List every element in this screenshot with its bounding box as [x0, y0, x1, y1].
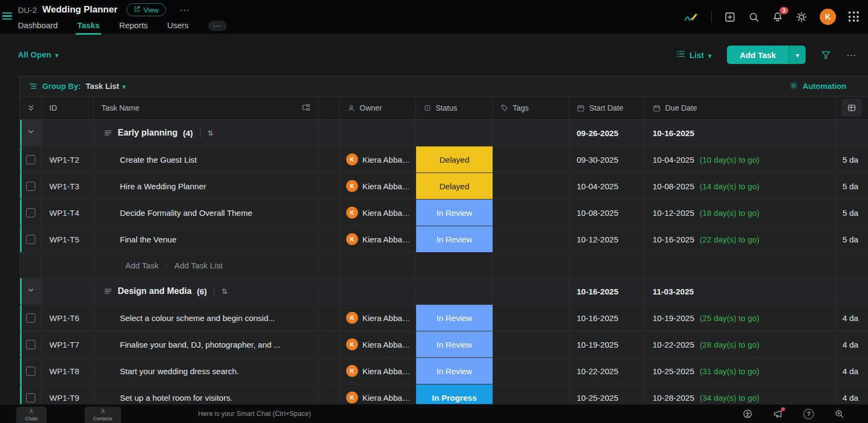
- tab-reports[interactable]: Reports: [119, 21, 148, 35]
- status-chip[interactable]: In Review: [416, 331, 493, 357]
- task-status[interactable]: Delayed: [416, 146, 493, 173]
- task-name[interactable]: Create the Guest List: [94, 146, 318, 173]
- task-due-date[interactable]: 10-28-2025(34 day(s) to go): [645, 384, 836, 405]
- group-name[interactable]: Early planning: [118, 128, 177, 138]
- task-start-date[interactable]: 10-12-2025: [569, 226, 645, 253]
- task-start-date[interactable]: 10-16-2025: [569, 305, 645, 331]
- status-chip[interactable]: In Review: [416, 226, 493, 252]
- search-icon[interactable]: [748, 11, 760, 23]
- group-collapse-toggle[interactable]: [20, 120, 42, 146]
- add-new-icon[interactable]: [724, 11, 736, 23]
- task-owner[interactable]: KKiera Abba…: [340, 358, 416, 384]
- task-name[interactable]: Start your wedding dress search.: [94, 358, 318, 384]
- chats-tab[interactable]: Chats: [16, 407, 47, 423]
- task-tags[interactable]: [493, 226, 569, 253]
- row-select-cell[interactable]: [20, 358, 42, 384]
- add-task-dropdown-button[interactable]: [789, 46, 806, 64]
- task-tags[interactable]: [493, 384, 569, 405]
- row-select-cell[interactable]: [20, 384, 42, 405]
- table-row[interactable]: WP1-T2 Create the Guest List KKiera Abba…: [20, 146, 868, 173]
- header-status[interactable]: Status: [416, 97, 493, 120]
- group-name-cell[interactable]: Design and Media (6): [94, 278, 318, 305]
- row-checkbox[interactable]: [26, 313, 35, 323]
- task-start-date[interactable]: 10-22-2025: [569, 358, 645, 384]
- task-name[interactable]: Hire a Wedding Planner: [94, 173, 318, 200]
- table-row[interactable]: WP1-T4 Decide Formality and Overall Them…: [20, 200, 868, 226]
- announcements-icon[interactable]: [773, 409, 783, 419]
- row-select-cell[interactable]: [20, 173, 42, 200]
- task-due-date[interactable]: 10-19-2025(25 day(s) to go): [645, 305, 836, 331]
- table-row[interactable]: WP1-T6 Select a colour scheme and begin …: [20, 305, 868, 331]
- row-select-cell[interactable]: [20, 305, 42, 331]
- accessibility-icon[interactable]: [743, 409, 752, 419]
- table-row[interactable]: WP1-T7 Finalise your band, DJ, photograp…: [20, 331, 868, 358]
- status-chip[interactable]: In Progress: [416, 384, 493, 405]
- sort-icon[interactable]: [221, 287, 227, 296]
- group-collapse-toggle[interactable]: [20, 278, 42, 305]
- task-start-date[interactable]: 10-25-2025: [569, 384, 645, 405]
- task-owner[interactable]: KKiera Abba…: [340, 384, 416, 405]
- task-status[interactable]: Delayed: [416, 173, 493, 200]
- row-checkbox[interactable]: [26, 340, 35, 349]
- task-owner[interactable]: KKiera Abba…: [340, 331, 416, 358]
- add-task-link[interactable]: Add Task: [125, 261, 158, 270]
- task-due-date[interactable]: 10-16-2025(22 day(s) to go): [645, 226, 836, 253]
- task-owner[interactable]: KKiera Abba…: [340, 146, 416, 173]
- user-avatar[interactable]: K: [820, 9, 836, 25]
- automation-button[interactable]: Automation: [789, 81, 846, 92]
- table-row[interactable]: WP1-T8 Start your wedding dress search. …: [20, 358, 868, 384]
- header-task-name[interactable]: Task Name: [94, 97, 318, 120]
- group-name-cell[interactable]: Early planning (4): [94, 120, 318, 146]
- status-chip[interactable]: In Review: [416, 358, 493, 384]
- task-tags[interactable]: [493, 200, 569, 226]
- header-owner[interactable]: Owner: [340, 97, 416, 120]
- filter-icon[interactable]: [821, 50, 831, 60]
- row-checkbox[interactable]: [26, 235, 35, 244]
- task-status[interactable]: In Progress: [416, 384, 493, 405]
- task-tags[interactable]: [493, 305, 569, 331]
- task-due-date[interactable]: 10-08-2025(14 day(s) to go): [645, 173, 836, 200]
- row-checkbox[interactable]: [26, 208, 35, 217]
- smart-chat-input[interactable]: [197, 409, 503, 418]
- header-due-date[interactable]: Due Date: [645, 97, 836, 120]
- task-name[interactable]: Finalise your band, DJ, photographer, an…: [94, 331, 318, 358]
- notifications-bell-icon[interactable]: 3: [772, 11, 783, 23]
- task-status[interactable]: In Review: [416, 331, 493, 358]
- tabs-more-icon[interactable]: [208, 21, 227, 31]
- task-due-date[interactable]: 10-22-2025(28 day(s) to go): [645, 331, 836, 358]
- add-task-button[interactable]: Add Task: [727, 46, 789, 64]
- task-owner[interactable]: KKiera Abba…: [340, 173, 416, 200]
- task-name[interactable]: Set up a hotel room for visitors.: [94, 384, 318, 405]
- sort-icon[interactable]: [208, 129, 214, 137]
- collapse-all-icon[interactable]: [20, 97, 42, 120]
- row-checkbox[interactable]: [26, 367, 35, 376]
- task-tags[interactable]: [493, 331, 569, 358]
- group-by-dropdown[interactable]: Group By: Task List: [29, 82, 126, 91]
- task-tags[interactable]: [493, 358, 569, 384]
- apps-grid-icon[interactable]: [848, 11, 859, 22]
- task-status[interactable]: In Review: [416, 358, 493, 384]
- task-name[interactable]: Final the Venue: [94, 226, 318, 253]
- task-name[interactable]: Select a colour scheme and begin consid.…: [94, 305, 318, 331]
- status-chip[interactable]: In Review: [416, 200, 493, 226]
- task-tags[interactable]: [493, 146, 569, 173]
- status-chip[interactable]: Delayed: [416, 146, 493, 172]
- row-checkbox[interactable]: [26, 182, 35, 191]
- group-name[interactable]: Design and Media: [118, 286, 192, 296]
- row-checkbox[interactable]: [26, 393, 35, 402]
- header-tags[interactable]: Tags: [493, 97, 569, 120]
- project-more-icon[interactable]: [180, 4, 190, 16]
- add-task-list-link[interactable]: Add Task List: [174, 261, 222, 270]
- task-start-date[interactable]: 10-08-2025: [569, 200, 645, 226]
- hamburger-menu-icon[interactable]: [2, 12, 12, 20]
- row-select-cell[interactable]: [20, 146, 42, 173]
- toolbar-more-icon[interactable]: [846, 49, 857, 61]
- task-name[interactable]: Decide Formality and Overall Theme: [94, 200, 318, 226]
- table-row[interactable]: WP1-T5 Final the Venue KKiera Abba… In R…: [20, 226, 868, 253]
- subtask-tree-icon[interactable]: [302, 104, 310, 112]
- open-filter-dropdown[interactable]: All Open: [18, 50, 59, 59]
- tab-users[interactable]: Users: [167, 21, 188, 35]
- task-due-date[interactable]: 10-25-2025(31 day(s) to go): [645, 358, 836, 384]
- manage-columns-icon[interactable]: [842, 99, 861, 116]
- task-start-date[interactable]: 09-30-2025: [569, 146, 645, 173]
